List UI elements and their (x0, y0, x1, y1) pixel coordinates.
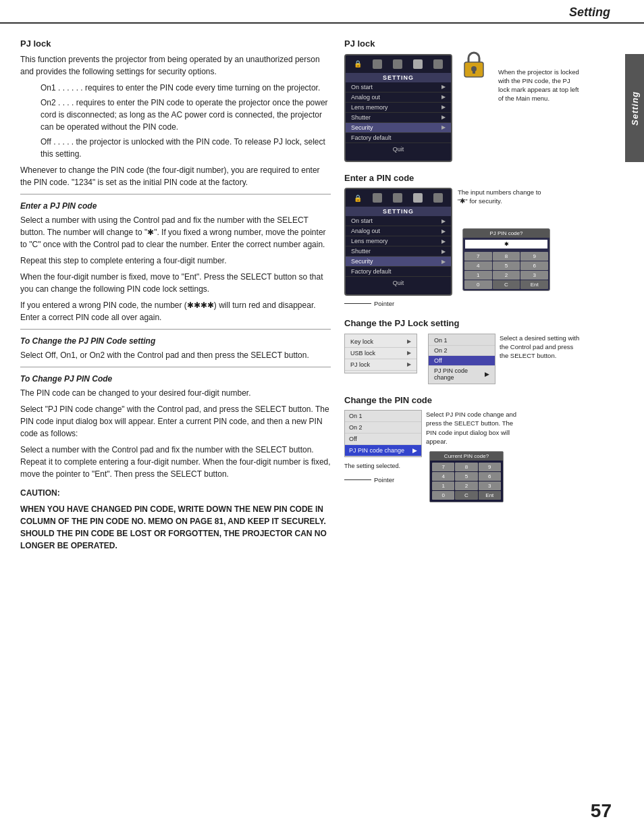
on1-label: On1 (41, 83, 56, 93)
menu-arrow-onstart: ▶ (441, 84, 446, 90)
change-pin-right-title: Change the PIN code (344, 394, 581, 407)
pin-dialog-title: PJ PIN code? (463, 229, 549, 238)
page-title: Setting (569, 5, 610, 20)
menu-arrow-analogout: ▶ (441, 94, 446, 100)
arrow-keylock: ▶ (407, 338, 411, 344)
off-block: Off . . . . . the projector is unlocked … (20, 136, 331, 160)
menu-screen-pjlock: 🔒 SETTING On start ▶ Analog out (344, 54, 452, 162)
current-pin-key-8[interactable]: 8 (455, 463, 477, 471)
right-column: PJ lock 🔒 SETTING (344, 37, 581, 556)
current-pin-key-7[interactable]: 7 (432, 463, 454, 471)
pointer-label-pin: Pointer (374, 300, 394, 307)
pin-key-0[interactable]: 0 (464, 280, 492, 289)
pin-key-5[interactable]: 5 (493, 261, 520, 270)
current-pin-key-6[interactable]: 6 (479, 472, 501, 481)
icon-p3 (413, 193, 423, 203)
pin-key-4[interactable]: 4 (464, 261, 492, 270)
caution-body: WHEN YOU HAVE CHANGED PIN CODE, WRITE DO… (20, 503, 331, 552)
current-pin-key-ent[interactable]: Ent (479, 491, 501, 500)
pin-key-1[interactable]: 1 (464, 271, 492, 280)
menu-item-pin-onstart: On start ▶ (346, 216, 451, 226)
on2-block: On2 . . . . requires to enter the PIN co… (20, 97, 331, 133)
off-option: Off (429, 356, 495, 366)
divider-2 (20, 329, 331, 330)
icon-p2 (393, 193, 402, 203)
pin-key-9[interactable]: 9 (520, 252, 548, 261)
pj-lock-title: PJ lock (20, 37, 331, 51)
menu-item-pin-shutter: Shutter ▶ (346, 246, 451, 257)
pin-code-on2: On 2 (345, 422, 421, 434)
menu-icons-pin: 🔒 (346, 189, 451, 207)
pin-key-c[interactable]: C (493, 280, 520, 289)
arrow-usblock: ▶ (407, 350, 411, 356)
on1-block: On1 . . . . . . requires to enter the PI… (20, 82, 331, 94)
menu-item-pin-security: Security ▶ (346, 257, 451, 267)
icon-p1 (373, 193, 382, 203)
pointer-line-pin (344, 303, 371, 304)
menu-pin-wrap: 🔒 SETTING On start ▶ (344, 188, 452, 296)
change-pin-body: On 1 On 2 Off PJ PIN code change ▶ The s… (344, 410, 581, 502)
current-pin-key-c[interactable]: C (455, 491, 477, 500)
current-pin-key-5[interactable]: 5 (455, 472, 477, 481)
current-pin-key-4[interactable]: 4 (432, 472, 454, 481)
change-lock-body: Key lock ▶ USB lock ▶ PJ lock ▶ On (344, 334, 581, 384)
main-content: PJ lock This function prevents the proje… (0, 24, 644, 569)
pin-code-off: Off (345, 434, 421, 445)
icon3 (413, 59, 423, 69)
change-pin-section: To Change PJ PIN Code The PIN code can b… (20, 373, 331, 480)
enter-pin-p4: If you entered a wrong PIN code, the num… (20, 299, 331, 323)
lock-mark-icon: 🔒 (354, 60, 362, 68)
pin-key-6[interactable]: 6 (520, 261, 548, 270)
pin-key-3[interactable]: 3 (520, 271, 548, 280)
icon-p4 (433, 193, 443, 203)
icon1 (373, 59, 382, 69)
current-pin-key-0[interactable]: 0 (432, 491, 454, 500)
current-pin-key-3[interactable]: 3 (479, 481, 501, 490)
pin-code-change: PJ PIN code change ▶ (345, 445, 421, 457)
enter-pin-p2: Repeat this step to complete entering a … (20, 255, 331, 267)
change-setting-subtitle: To Change the PJ PIN Code setting (20, 335, 331, 347)
lock-setting-screen: Key lock ▶ USB lock ▶ PJ lock ▶ (344, 334, 417, 373)
current-pin-key-2[interactable]: 2 (455, 481, 477, 490)
off-dots: . . . . . (53, 137, 74, 147)
pj-lock-annotation: When the projector is locked with the PI… (498, 68, 581, 103)
current-pin-key-1[interactable]: 1 (432, 481, 454, 490)
pin-key-ent[interactable]: Ent (520, 280, 548, 289)
off-text: the projector is unlocked with the PIN c… (41, 137, 325, 159)
enter-pin-screen-wrap: 🔒 SETTING On start ▶ (344, 188, 581, 307)
menu-item-analogout: Analog out ▶ (346, 93, 451, 103)
menu-item-factory: Factory default (346, 133, 451, 143)
change-lock-right-section: Change the PJ Lock setting Key lock ▶ US… (344, 317, 581, 384)
enter-pin-annotation: The input numbers change to "✱" for secu… (458, 188, 552, 206)
divider-1 (20, 194, 331, 194)
pin-change-option: PJ PIN code change ▶ (429, 366, 495, 382)
enter-pin-annotations: The input numbers change to "✱" for secu… (458, 188, 552, 206)
pointer-label-changepin: Pointer (374, 476, 394, 484)
pj-lock-screen-wrap: 🔒 SETTING On start ▶ Analog out (344, 54, 452, 162)
change-lock-right-title: Change the PJ Lock setting (344, 317, 581, 330)
change-setting-text: Select Off, On1, or On2 with the Control… (20, 349, 331, 361)
pin-change-arrow: ▶ (485, 371, 489, 377)
menu-arrow-security: ▶ (441, 124, 446, 130)
pin-code-change-arrow: ▶ (412, 447, 417, 454)
on2-label: On2 (41, 98, 56, 107)
caution-title: CAUTION: (20, 487, 331, 499)
pj-lock-intro: This function prevents the projector fro… (20, 53, 331, 78)
arrow-pin-analogout: ▶ (441, 228, 446, 234)
lock-mark-pin-icon: 🔒 (354, 194, 362, 202)
change-pin-subtitle: To Change PJ PIN Code (20, 373, 331, 385)
menu-item-security: Security ▶ (346, 123, 451, 133)
pin-code-screen: On 1 On 2 Off PJ PIN code change ▶ (344, 410, 422, 457)
arrow-pin-onstart: ▶ (441, 218, 446, 224)
on2-text: requires to enter the PIN code to operat… (41, 98, 328, 132)
current-pin-key-9[interactable]: 9 (479, 463, 501, 471)
enter-pin-p1: Select a number with using the Control p… (20, 214, 331, 251)
divider-3 (20, 367, 331, 367)
pin-key-8[interactable]: 8 (493, 252, 520, 261)
current-pin-title: Current PIN code? (430, 452, 503, 461)
caution-block: CAUTION: WHEN YOU HAVE CHANGED PIN CODE,… (20, 487, 331, 552)
menu-item-onstart: On start ▶ (346, 82, 451, 93)
pin-key-7[interactable]: 7 (464, 252, 492, 261)
pin-key-2[interactable]: 2 (493, 271, 520, 280)
enter-pin-right-title: Enter a PIN code (344, 172, 581, 185)
